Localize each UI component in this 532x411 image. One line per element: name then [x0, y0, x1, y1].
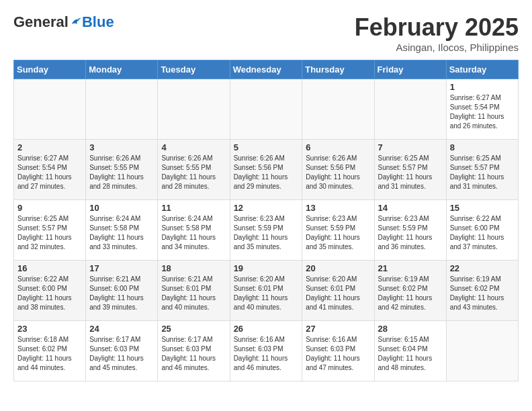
day-number: 16 — [17, 263, 82, 273]
day-info: Sunrise: 6:17 AMSunset: 6:03 PMDaylight:… — [161, 335, 226, 373]
calendar-header-sunday: Sunday — [14, 60, 86, 79]
calendar-cell: 1Sunrise: 6:27 AMSunset: 5:54 PMDaylight… — [446, 79, 518, 140]
logo-blue-text: Blue — [82, 13, 114, 31]
day-info: Sunrise: 6:15 AMSunset: 6:04 PMDaylight:… — [378, 335, 443, 373]
day-info: Sunrise: 6:25 AMSunset: 5:57 PMDaylight:… — [17, 214, 82, 252]
day-info: Sunrise: 6:24 AMSunset: 5:58 PMDaylight:… — [161, 214, 226, 252]
calendar-header-wednesday: Wednesday — [230, 60, 302, 79]
day-number: 23 — [17, 324, 82, 334]
calendar-cell: 16Sunrise: 6:22 AMSunset: 6:00 PMDayligh… — [14, 261, 86, 321]
day-info: Sunrise: 6:23 AMSunset: 5:59 PMDaylight:… — [234, 214, 299, 252]
day-number: 10 — [89, 203, 154, 213]
calendar-header-tuesday: Tuesday — [158, 60, 230, 79]
calendar-cell: 9Sunrise: 6:25 AMSunset: 5:57 PMDaylight… — [14, 200, 86, 261]
logo-general-text: General — [13, 13, 69, 31]
calendar-cell: 28Sunrise: 6:15 AMSunset: 6:04 PMDayligh… — [374, 321, 446, 381]
day-number: 5 — [234, 142, 299, 152]
calendar-cell — [230, 79, 302, 140]
day-number: 15 — [450, 203, 515, 213]
day-number: 7 — [378, 142, 443, 152]
day-number: 13 — [306, 203, 370, 213]
calendar-cell: 20Sunrise: 6:20 AMSunset: 6:01 PMDayligh… — [302, 261, 374, 321]
calendar-cell: 25Sunrise: 6:17 AMSunset: 6:03 PMDayligh… — [158, 321, 230, 381]
calendar-header-row: SundayMondayTuesdayWednesdayThursdayFrid… — [14, 60, 519, 79]
page-header: General Blue February 2025 Asingan, Iloc… — [13, 13, 519, 53]
calendar-week-row: 23Sunrise: 6:18 AMSunset: 6:02 PMDayligh… — [14, 321, 519, 381]
day-number: 11 — [161, 203, 226, 213]
day-info: Sunrise: 6:26 AMSunset: 5:56 PMDaylight:… — [234, 154, 299, 191]
day-info: Sunrise: 6:20 AMSunset: 6:01 PMDaylight:… — [234, 275, 299, 312]
calendar-cell: 23Sunrise: 6:18 AMSunset: 6:02 PMDayligh… — [14, 321, 86, 381]
calendar-week-row: 9Sunrise: 6:25 AMSunset: 5:57 PMDaylight… — [14, 200, 519, 261]
day-number: 17 — [89, 263, 154, 273]
day-info: Sunrise: 6:16 AMSunset: 6:03 PMDaylight:… — [234, 335, 299, 373]
logo-bird-icon — [70, 16, 82, 28]
day-info: Sunrise: 6:24 AMSunset: 5:58 PMDaylight:… — [89, 214, 154, 252]
calendar-cell: 11Sunrise: 6:24 AMSunset: 5:58 PMDayligh… — [158, 200, 230, 261]
calendar-cell — [374, 79, 446, 140]
day-info: Sunrise: 6:21 AMSunset: 6:01 PMDaylight:… — [161, 275, 226, 312]
day-number: 19 — [234, 263, 299, 273]
calendar-header-friday: Friday — [374, 60, 446, 79]
calendar-cell: 3Sunrise: 6:26 AMSunset: 5:55 PMDaylight… — [86, 140, 158, 200]
day-number: 18 — [161, 263, 226, 273]
calendar-cell — [86, 79, 158, 140]
day-number: 12 — [234, 203, 299, 213]
day-number: 22 — [450, 263, 515, 273]
calendar-cell: 12Sunrise: 6:23 AMSunset: 5:59 PMDayligh… — [230, 200, 302, 261]
day-number: 26 — [234, 324, 299, 334]
day-number: 14 — [378, 203, 443, 213]
calendar-table: SundayMondayTuesdayWednesdayThursdayFrid… — [13, 60, 519, 381]
calendar-cell: 10Sunrise: 6:24 AMSunset: 5:58 PMDayligh… — [86, 200, 158, 261]
calendar-cell: 2Sunrise: 6:27 AMSunset: 5:54 PMDaylight… — [14, 140, 86, 200]
calendar-header-monday: Monday — [86, 60, 158, 79]
day-number: 1 — [450, 82, 515, 92]
calendar-header-saturday: Saturday — [446, 60, 518, 79]
day-number: 25 — [161, 324, 226, 334]
calendar-cell — [446, 321, 518, 381]
calendar-cell: 26Sunrise: 6:16 AMSunset: 6:03 PMDayligh… — [230, 321, 302, 381]
day-info: Sunrise: 6:22 AMSunset: 6:00 PMDaylight:… — [17, 275, 82, 312]
calendar-cell: 13Sunrise: 6:23 AMSunset: 5:59 PMDayligh… — [302, 200, 374, 261]
day-info: Sunrise: 6:18 AMSunset: 6:02 PMDaylight:… — [17, 335, 82, 373]
calendar-week-row: 2Sunrise: 6:27 AMSunset: 5:54 PMDaylight… — [14, 140, 519, 200]
month-title: February 2025 — [355, 13, 519, 42]
calendar-week-row: 1Sunrise: 6:27 AMSunset: 5:54 PMDaylight… — [14, 79, 519, 140]
title-block: February 2025 Asingan, Ilocos, Philippin… — [355, 13, 519, 53]
day-info: Sunrise: 6:26 AMSunset: 5:56 PMDaylight:… — [306, 154, 370, 191]
day-number: 6 — [306, 142, 370, 152]
day-number: 21 — [378, 263, 443, 273]
day-info: Sunrise: 6:19 AMSunset: 6:02 PMDaylight:… — [450, 275, 515, 312]
day-number: 20 — [306, 263, 370, 273]
day-info: Sunrise: 6:25 AMSunset: 5:57 PMDaylight:… — [378, 154, 443, 191]
day-info: Sunrise: 6:19 AMSunset: 6:02 PMDaylight:… — [378, 275, 443, 312]
calendar-cell: 8Sunrise: 6:25 AMSunset: 5:57 PMDaylight… — [446, 140, 518, 200]
calendar-cell: 18Sunrise: 6:21 AMSunset: 6:01 PMDayligh… — [158, 261, 230, 321]
calendar-cell: 6Sunrise: 6:26 AMSunset: 5:56 PMDaylight… — [302, 140, 374, 200]
day-info: Sunrise: 6:25 AMSunset: 5:57 PMDaylight:… — [450, 154, 515, 191]
calendar-cell: 14Sunrise: 6:23 AMSunset: 5:59 PMDayligh… — [374, 200, 446, 261]
calendar-cell — [14, 79, 86, 140]
calendar-cell: 27Sunrise: 6:16 AMSunset: 6:03 PMDayligh… — [302, 321, 374, 381]
calendar-cell — [302, 79, 374, 140]
calendar-cell: 24Sunrise: 6:17 AMSunset: 6:03 PMDayligh… — [86, 321, 158, 381]
day-number: 28 — [378, 324, 443, 334]
location-text: Asingan, Ilocos, Philippines — [355, 42, 519, 53]
day-info: Sunrise: 6:17 AMSunset: 6:03 PMDaylight:… — [89, 335, 154, 373]
day-info: Sunrise: 6:21 AMSunset: 6:00 PMDaylight:… — [89, 275, 154, 312]
calendar-cell: 22Sunrise: 6:19 AMSunset: 6:02 PMDayligh… — [446, 261, 518, 321]
day-number: 4 — [161, 142, 226, 152]
calendar-cell: 5Sunrise: 6:26 AMSunset: 5:56 PMDaylight… — [230, 140, 302, 200]
day-info: Sunrise: 6:23 AMSunset: 5:59 PMDaylight:… — [306, 214, 370, 252]
calendar-cell: 17Sunrise: 6:21 AMSunset: 6:00 PMDayligh… — [86, 261, 158, 321]
calendar-cell: 19Sunrise: 6:20 AMSunset: 6:01 PMDayligh… — [230, 261, 302, 321]
day-info: Sunrise: 6:26 AMSunset: 5:55 PMDaylight:… — [89, 154, 154, 191]
calendar-week-row: 16Sunrise: 6:22 AMSunset: 6:00 PMDayligh… — [14, 261, 519, 321]
day-number: 9 — [17, 203, 82, 213]
calendar-cell: 4Sunrise: 6:26 AMSunset: 5:55 PMDaylight… — [158, 140, 230, 200]
calendar-cell: 21Sunrise: 6:19 AMSunset: 6:02 PMDayligh… — [374, 261, 446, 321]
day-info: Sunrise: 6:23 AMSunset: 5:59 PMDaylight:… — [378, 214, 443, 252]
calendar-cell: 7Sunrise: 6:25 AMSunset: 5:57 PMDaylight… — [374, 140, 446, 200]
day-number: 8 — [450, 142, 515, 152]
calendar-cell: 15Sunrise: 6:22 AMSunset: 6:00 PMDayligh… — [446, 200, 518, 261]
